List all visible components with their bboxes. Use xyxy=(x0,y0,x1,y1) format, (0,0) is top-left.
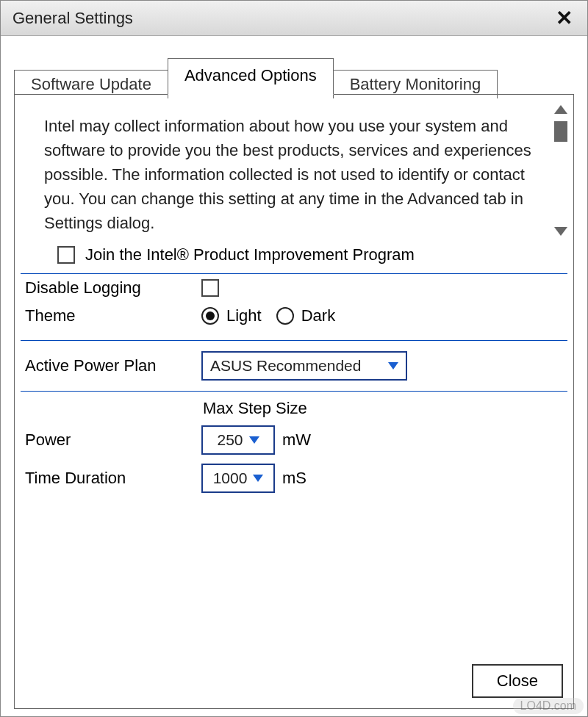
window-close-button[interactable]: ✕ xyxy=(550,6,578,30)
description-area: Intel may collect information about how … xyxy=(15,95,573,241)
theme-label: Theme xyxy=(25,306,201,325)
join-program-row: Join the Intel® Product Improvement Prog… xyxy=(15,241,573,273)
time-step-label: Time Duration xyxy=(25,469,201,488)
scrollbar-thumb[interactable] xyxy=(554,121,567,142)
chevron-down-icon xyxy=(249,436,259,444)
disable-logging-row: Disable Logging xyxy=(15,274,573,302)
power-plan-dropdown[interactable]: ASUS Recommended xyxy=(201,351,407,381)
radio-icon xyxy=(276,307,294,325)
footer: Close xyxy=(15,654,573,708)
disable-logging-label: Disable Logging xyxy=(25,278,201,298)
power-step-dropdown[interactable]: 250 xyxy=(201,425,275,455)
theme-light-radio[interactable]: Light xyxy=(201,306,262,325)
disable-logging-checkbox[interactable] xyxy=(201,279,219,297)
titlebar: General Settings ✕ xyxy=(1,1,587,36)
power-step-unit: mW xyxy=(282,430,311,450)
theme-dark-radio[interactable]: Dark xyxy=(276,306,335,325)
power-plan-value: ASUS Recommended xyxy=(210,357,361,375)
time-step-dropdown[interactable]: 1000 xyxy=(201,464,275,493)
chevron-down-icon xyxy=(388,362,398,370)
scroll-down-button[interactable] xyxy=(554,227,567,236)
tab-panel-advanced: Intel may collect information about how … xyxy=(14,94,574,709)
triangle-down-icon xyxy=(554,227,567,236)
power-step-value: 250 xyxy=(217,431,243,449)
theme-row: Theme Light Dark xyxy=(15,302,573,330)
theme-dark-label: Dark xyxy=(301,306,335,325)
power-step-row: Power 250 mW xyxy=(15,421,573,459)
settings-window: General Settings ✕ Software Update Advan… xyxy=(0,0,588,717)
time-step-value: 1000 xyxy=(213,469,248,487)
join-program-checkbox[interactable] xyxy=(57,246,75,264)
time-step-row: Time Duration 1000 mS xyxy=(15,459,573,497)
power-plan-label: Active Power Plan xyxy=(25,356,201,375)
tab-advanced-options[interactable]: Advanced Options xyxy=(168,58,334,95)
client-area: Software Update Advanced Options Battery… xyxy=(1,36,587,716)
window-title: General Settings xyxy=(12,9,133,28)
chevron-down-icon xyxy=(253,475,263,482)
close-button[interactable]: Close xyxy=(472,664,563,698)
tabstrip: Software Update Advanced Options Battery… xyxy=(14,58,574,94)
theme-light-label: Light xyxy=(226,306,262,325)
join-program-label: Join the Intel® Product Improvement Prog… xyxy=(85,245,415,264)
scroll-up-button[interactable] xyxy=(554,105,567,114)
triangle-up-icon xyxy=(554,105,567,114)
description-text: Intel may collect information about how … xyxy=(44,114,538,235)
power-step-label: Power xyxy=(25,430,201,450)
max-step-size-heading: Max Step Size xyxy=(15,392,573,421)
radio-icon xyxy=(201,307,219,325)
time-step-unit: mS xyxy=(282,469,306,488)
power-plan-row: Active Power Plan ASUS Recommended xyxy=(15,341,573,391)
